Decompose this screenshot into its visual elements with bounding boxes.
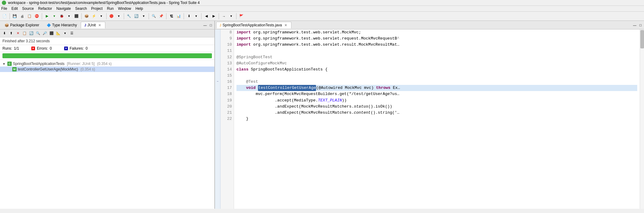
panel-maximize[interactable]: □	[209, 23, 213, 28]
toolbar-btn-3[interactable]: 📋	[26, 13, 33, 20]
stats-bar: Runs: 1/1 ✕ Errors: 0 ✕ Failures: 0	[0, 45, 214, 52]
tab-type-hierarchy[interactable]: 🔷 Type Hierarchy	[43, 22, 80, 28]
navigate-button[interactable]: →	[221, 13, 227, 20]
ln-17: 17	[222, 85, 232, 91]
forward-button[interactable]: ▶	[210, 13, 217, 20]
debug-button[interactable]: 🐞	[58, 13, 65, 20]
code-line-8: import org.springframework.test.web.serv…	[236, 29, 637, 36]
kw-void: void	[246, 85, 256, 91]
menu-help[interactable]: Help	[135, 6, 143, 11]
code-22: }	[236, 116, 248, 122]
toolbar-sep-4	[106, 13, 107, 19]
toolbar-btn-19[interactable]: ▾	[228, 13, 235, 20]
toolbar-btn-20[interactable]: 🚩	[238, 13, 245, 20]
junit-tab-close[interactable]: ✕	[98, 23, 102, 27]
menu-file[interactable]: File	[1, 6, 7, 11]
new-button[interactable]: 📄	[1, 13, 8, 20]
toolbar-btn-9[interactable]: ▾	[115, 13, 122, 20]
code-content[interactable]: import org.springframework.test.web.serv…	[234, 29, 640, 209]
toolbar-btn-8[interactable]: 🔴	[108, 13, 115, 20]
editor-minimize[interactable]: —	[632, 23, 638, 28]
toolbar-btn-14[interactable]: 📌	[158, 13, 165, 20]
code-19b: ))	[342, 97, 347, 104]
editor-tab-close[interactable]: ✕	[284, 23, 288, 27]
back-button[interactable]: ◀	[203, 13, 210, 20]
code-line-19: .accept(MediaType. TEXT_PLAIN ))	[236, 97, 637, 104]
ln-15: 15	[222, 73, 232, 79]
code-line-15	[236, 73, 637, 79]
save-button[interactable]: 💾	[11, 13, 18, 20]
tab-hierarchy-label: Type Hierarchy	[52, 23, 77, 27]
tree-method-item[interactable]: M testControllerGetUserAge(MockMvc) (0.3…	[0, 67, 214, 72]
toolbar-btn-6[interactable]: ⚡	[91, 13, 97, 20]
menu-run[interactable]: Run	[107, 6, 114, 11]
editor-area[interactable]: − 8 9 10 11 12 13 14 15 16 17 18	[215, 29, 644, 209]
ann-21	[215, 109, 220, 115]
junit-btn-layout[interactable]: 📐	[55, 30, 61, 36]
junit-btn-history[interactable]: 📋	[21, 30, 28, 36]
toolbar-btn-18[interactable]: ▾	[193, 13, 200, 20]
menu-refactor[interactable]: Refactor	[38, 6, 52, 11]
junit-btn-error[interactable]: ✕	[15, 30, 21, 36]
code-20a: .andExpect(MockMvcResultMatchers.	[236, 104, 354, 110]
code-21b: ().string('…	[371, 110, 400, 116]
junit-btn-up[interactable]: ⬆	[8, 30, 14, 36]
ln-14: 14	[222, 67, 232, 73]
menu-project[interactable]: Project	[91, 6, 103, 11]
menu-source[interactable]: Source	[22, 6, 34, 11]
left-panel: 📦 Package Explorer 🔷 Type Hierarchy J JU…	[0, 21, 215, 209]
menu-search[interactable]: Search	[75, 6, 87, 11]
scrollbar-thumb[interactable]	[640, 30, 644, 48]
junit-btn-search2[interactable]: 🔎	[42, 30, 48, 36]
toolbar-btn-5[interactable]: 📦	[83, 13, 90, 20]
indent-16	[236, 79, 246, 85]
progress-bar	[2, 53, 212, 58]
type-hierarchy-icon: 🔷	[47, 23, 51, 27]
junit-btn-search[interactable]: 🔍	[35, 30, 41, 36]
stop-button[interactable]: ⬛	[73, 13, 80, 20]
junit-btn-down[interactable]: ⬇	[1, 30, 7, 36]
menu-navigate[interactable]: Navigate	[56, 6, 71, 11]
finished-bar: Finished after 3.212 seconds	[0, 37, 214, 45]
junit-btn-rerun[interactable]: 🔄	[28, 30, 34, 36]
toolbar-btn-13[interactable]: 🔍	[150, 13, 157, 20]
junit-btn-dropdown[interactable]: ▾	[62, 30, 68, 36]
panel-minimize[interactable]: —	[202, 23, 208, 28]
menu-edit[interactable]: Edit	[11, 6, 18, 11]
toolbar-btn-7[interactable]: ▾	[98, 13, 105, 20]
ann-12	[215, 54, 220, 60]
tab-editor-file[interactable]: J SpringBootTestApplicationTests.java ✕	[216, 22, 291, 29]
toolbar-btn-16[interactable]: 📊	[175, 13, 182, 20]
toolbar-btn-11[interactable]: 🔄	[133, 13, 140, 20]
annotation-springboottest: @SpringBootTest	[236, 54, 272, 60]
run-button[interactable]: ▶	[44, 13, 50, 20]
spring-icon	[2, 1, 6, 5]
print-button[interactable]: 🖨	[19, 13, 25, 20]
tree-root-item[interactable]: ▼ C SpringBootTestApplicationTests [Runn…	[0, 61, 214, 67]
junit-btn-menu[interactable]: ☰	[69, 30, 75, 36]
editor-tab-bar: J SpringBootTestApplicationTests.java ✕ …	[215, 21, 644, 29]
class-icon: C	[7, 62, 12, 66]
tab-package-explorer[interactable]: 📦 Package Explorer	[1, 22, 43, 28]
menu-window[interactable]: Window	[118, 6, 131, 11]
vertical-scrollbar[interactable]	[640, 29, 644, 209]
junit-btn-stop[interactable]: ⬛	[49, 30, 55, 36]
error-icon: ✕	[31, 47, 35, 50]
toolbar-btn-4[interactable]: ⛔	[33, 13, 40, 20]
tab-junit[interactable]: J JUnit ✕	[81, 22, 105, 29]
toolbar: 📄 💾 🖨 📋 ⛔ ▶ ▾ 🐞 ▾ ⬛ 📦 ⚡ ▾ 🔴 ▾ 🔧 🔄 ▾ 🔍 📌 …	[0, 12, 644, 21]
debug-dropdown[interactable]: ▾	[66, 13, 72, 20]
method-time: (0.354 s)	[80, 67, 95, 71]
run-config-button[interactable]: ▾	[51, 13, 58, 20]
toolbar-sep-10	[219, 13, 219, 19]
expand-icon[interactable]: ▼	[2, 62, 6, 66]
editor-maximize[interactable]: □	[638, 23, 643, 28]
test-tree[interactable]: ▼ C SpringBootTestApplicationTests [Runn…	[0, 60, 214, 209]
toolbar-btn-10[interactable]: 🔧	[126, 13, 132, 20]
failures-stat: ✕ Failures: 0	[64, 46, 88, 51]
toolbar-btn-15[interactable]: 🏗	[168, 13, 175, 20]
toolbar-btn-17[interactable]: ⬇	[185, 13, 192, 20]
title-bar: workspace - spring-boot-test/src/test/ja…	[0, 0, 644, 6]
tab-pkg-label: Package Explorer	[10, 23, 39, 27]
toolbar-btn-12[interactable]: ▾	[140, 13, 147, 20]
